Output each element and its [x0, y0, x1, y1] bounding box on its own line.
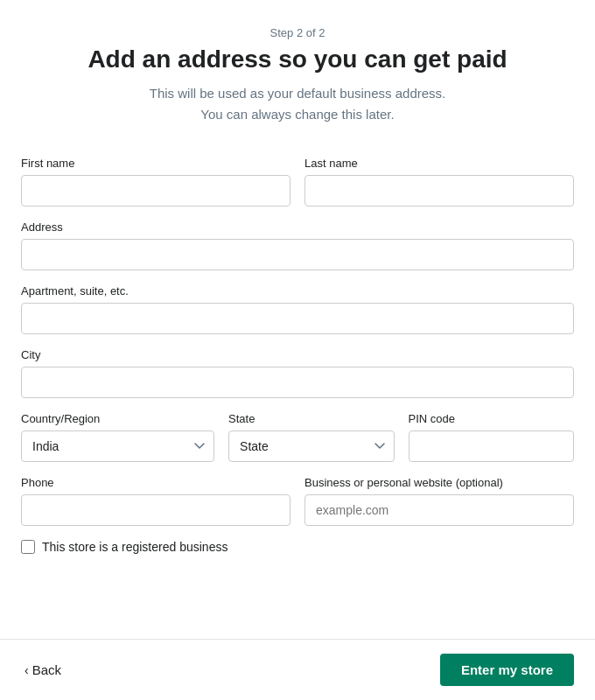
contact-row: Phone Business or personal website (opti…: [21, 476, 574, 526]
page-subtitle-line2: You can always change this later.: [21, 104, 574, 125]
last-name-group: Last name: [304, 157, 574, 206]
phone-input[interactable]: [21, 494, 290, 526]
registered-business-label[interactable]: This store is a registered business: [42, 540, 228, 554]
apartment-label: Apartment, suite, etc.: [21, 284, 574, 298]
apartment-group: Apartment, suite, etc.: [21, 284, 574, 334]
country-label: Country/Region: [21, 412, 214, 425]
location-row: Country/Region India State State PIN cod…: [21, 412, 574, 462]
state-select[interactable]: State: [228, 430, 394, 462]
pin-input[interactable]: [409, 430, 574, 462]
first-name-group: First name: [21, 157, 290, 206]
page-title: Add an address so you can get paid: [21, 45, 574, 74]
country-group: Country/Region India: [21, 412, 214, 462]
country-select[interactable]: India: [21, 430, 214, 462]
city-group: City: [21, 348, 574, 398]
first-name-input[interactable]: [21, 175, 290, 206]
pin-group: PIN code: [409, 412, 574, 462]
pin-label: PIN code: [409, 412, 574, 425]
website-label: Business or personal website (optional): [304, 476, 574, 489]
registered-business-row: This store is a registered business: [21, 540, 574, 554]
step-label: Step 2 of 2: [21, 26, 574, 39]
name-row: First name Last name: [21, 157, 574, 206]
back-label: Back: [32, 662, 61, 677]
main-content: Step 2 of 2 Add an address so you can ge…: [0, 0, 595, 639]
phone-label: Phone: [21, 476, 290, 489]
last-name-label: Last name: [304, 157, 574, 170]
back-chevron-icon: ‹: [24, 663, 29, 677]
state-label: State: [228, 412, 394, 425]
state-group: State State: [228, 412, 394, 462]
page-subtitle-line1: This will be used as your default busine…: [21, 83, 574, 104]
header-section: Step 2 of 2 Add an address so you can ge…: [21, 26, 574, 125]
last-name-input[interactable]: [304, 175, 574, 206]
footer-bar: ‹ Back Enter my store: [0, 639, 595, 700]
apartment-input[interactable]: [21, 303, 574, 334]
address-form: First name Last name Address Apartment, …: [21, 157, 574, 554]
address-label: Address: [21, 220, 574, 234]
website-group: Business or personal website (optional): [304, 476, 574, 526]
address-group: Address: [21, 220, 574, 270]
city-label: City: [21, 348, 574, 361]
address-input[interactable]: [21, 239, 574, 270]
phone-group: Phone: [21, 476, 290, 526]
website-input[interactable]: [304, 494, 574, 526]
enter-store-button[interactable]: Enter my store: [440, 654, 574, 686]
back-button[interactable]: ‹ Back: [21, 655, 65, 684]
registered-business-checkbox[interactable]: [21, 540, 35, 554]
city-input[interactable]: [21, 367, 574, 398]
first-name-label: First name: [21, 157, 290, 170]
page-container: Step 2 of 2 Add an address so you can ge…: [0, 0, 595, 700]
